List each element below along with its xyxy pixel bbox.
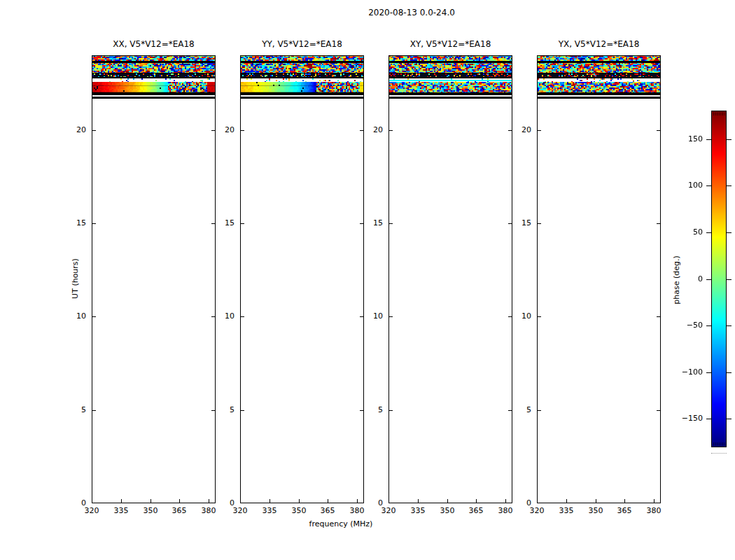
colorbar-tick-label: −100 <box>678 368 703 377</box>
x-tick-label: 350 <box>288 506 309 515</box>
colorbar-tick-left <box>706 139 711 140</box>
x-tick-label: 365 <box>614 506 635 515</box>
colorbar-tick-left <box>706 419 711 419</box>
x-tick-label: 350 <box>140 506 161 515</box>
figure-title: 2020-08-13 0.0-24.0 <box>307 8 517 18</box>
colorbar-tick-label: 50 <box>678 227 703 237</box>
colorbar-tick-label: −50 <box>678 321 703 330</box>
x-tick-label: 320 <box>526 506 547 515</box>
colorbar-tick-label: 100 <box>678 181 703 190</box>
colorbar-tick-right <box>727 372 732 373</box>
colorbar-tick-right <box>727 326 732 326</box>
colorbar-tick-right <box>727 279 732 280</box>
x-tick-label: 320 <box>81 506 102 515</box>
figure: 2020-08-13 0.0-24.0 UT (hours) frequency… <box>0 0 735 560</box>
y-tick-label: 20 <box>218 125 234 134</box>
colorbar-tick-left <box>706 232 711 233</box>
panel-title-xx: XX, V5*V12=*EA18 <box>77 39 231 49</box>
colorbar-tick-left <box>706 326 711 326</box>
y-tick-label: 10 <box>218 312 234 321</box>
y-tick-label: 15 <box>366 218 383 227</box>
x-tick-label: 365 <box>169 506 190 515</box>
x-tick-label: 350 <box>437 506 458 515</box>
y-axis-label: UT (hours) <box>71 251 80 307</box>
x-tick-label: 380 <box>198 506 219 515</box>
y-tick-label: 10 <box>514 312 531 321</box>
colorbar-tick-left <box>706 279 711 280</box>
x-tick-label: 335 <box>259 506 280 515</box>
y-tick-label: 20 <box>69 125 86 134</box>
heatmap-panel-yy <box>240 55 364 503</box>
x-tick-label: 335 <box>111 506 132 515</box>
x-tick-label: 335 <box>556 506 577 515</box>
colorbar-tick-left <box>706 186 711 186</box>
y-tick-label: 15 <box>69 218 86 227</box>
colorbar-tick-label: 150 <box>678 134 703 144</box>
colorbar-tick-label: −150 <box>678 414 703 423</box>
x-tick-label: 365 <box>317 506 338 515</box>
x-tick-label: 380 <box>643 506 664 515</box>
colorbar-tick-right <box>727 419 732 419</box>
x-tick-label: 365 <box>465 506 486 515</box>
colorbar-tick-right <box>727 186 732 186</box>
panel-title-yy: YY, V5*V12=*EA18 <box>225 39 379 49</box>
x-tick-label: 320 <box>230 506 251 515</box>
colorbar-tick-right <box>727 232 732 233</box>
x-axis-label: frequency (MHz) <box>271 519 411 528</box>
colorbar-tick-label: 0 <box>678 274 703 284</box>
panel-title-yx: YX, V5*V12=*EA18 <box>522 39 676 49</box>
y-tick-label: 10 <box>366 312 383 321</box>
heatmap-panel-xy <box>388 55 512 503</box>
x-tick-label: 320 <box>378 506 399 515</box>
y-tick-label: 5 <box>218 405 234 414</box>
y-tick-label: 5 <box>514 405 531 414</box>
y-tick-label: 15 <box>514 218 531 227</box>
colorbar-tick-right <box>727 139 732 140</box>
y-tick-label: 15 <box>218 218 234 227</box>
x-tick-label: 380 <box>346 506 368 515</box>
y-tick-label: 20 <box>514 125 531 134</box>
y-tick-label: 5 <box>366 405 383 414</box>
y-tick-label: 10 <box>69 312 86 321</box>
colorbar-canvas <box>711 111 727 447</box>
colorbar-tick-left <box>706 372 711 373</box>
colorbar-dotted-baseline <box>711 453 727 454</box>
x-tick-label: 335 <box>407 506 428 515</box>
heatmap-panel-xx <box>92 55 216 503</box>
heatmap-panel-yx <box>537 55 661 503</box>
x-tick-label: 350 <box>585 506 606 515</box>
panel-title-xy: XY, V5*V12=*EA18 <box>374 39 528 49</box>
y-tick-label: 5 <box>69 405 86 414</box>
x-tick-label: 380 <box>495 506 516 515</box>
y-tick-label: 20 <box>366 125 383 134</box>
